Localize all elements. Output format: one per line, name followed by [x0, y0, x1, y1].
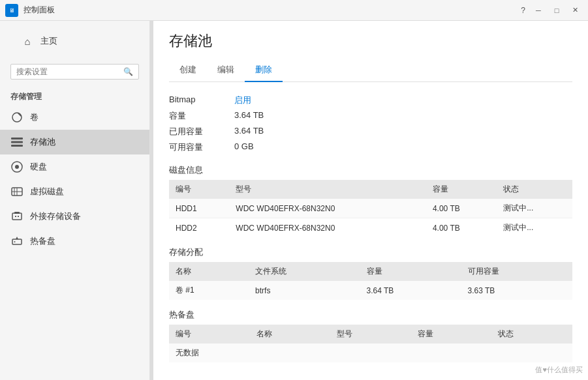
hdd2-id[interactable]: HDD2 [169, 218, 229, 238]
virtual-disk-label: 虚拟磁盘 [30, 186, 64, 197]
th-alloc-name: 名称 [169, 262, 249, 281]
storage-alloc-table: 名称 文件系统 容量 可用容量 卷 #1 btrfs 3.64 TB 3.63 … [169, 262, 572, 300]
th-hs-capacity: 容量 [411, 325, 492, 343]
sidebar-item-external-storage[interactable]: 外接存储设备 [0, 204, 149, 229]
th-disk-id: 编号 [169, 180, 229, 199]
hdd-label: 硬盘 [30, 161, 47, 173]
th-disk-status: 状态 [497, 180, 572, 199]
svg-point-5 [15, 165, 19, 169]
th-alloc-fs: 文件系统 [249, 262, 360, 281]
close-button[interactable]: ✕ [567, 4, 583, 17]
th-alloc-available: 可用容量 [461, 262, 573, 281]
home-label: 主页 [40, 35, 57, 47]
svg-rect-10 [12, 213, 22, 220]
storage-alloc-header-row: 名称 文件系统 容量 可用容量 [169, 262, 572, 281]
vol1-name[interactable]: 卷 #1 [169, 281, 249, 300]
hdd2-status[interactable]: 测试中... [497, 218, 572, 238]
search-input[interactable] [16, 67, 119, 76]
sidebar-header: ⌂ 主页 [0, 21, 149, 59]
title-bar: 🖥 控制面板 ? ─ □ ✕ [0, 0, 588, 21]
th-alloc-capacity: 容量 [360, 262, 461, 281]
page-title: 存储池 [169, 31, 572, 51]
vol1-capacity: 3.64 TB [360, 281, 461, 300]
available-capacity-row: 可用容量 0 GB [169, 139, 572, 155]
hdd2-model: WDC WD40EFRX-68N32N0 [229, 218, 426, 238]
svg-rect-2 [11, 141, 23, 143]
storage-pool-icon [10, 136, 23, 149]
search-icon: 🔍 [123, 67, 133, 76]
svg-rect-11 [14, 212, 20, 214]
sidebar-item-storage-pool[interactable]: 存储池 [0, 130, 149, 154]
hdd2-capacity: 4.00 TB [426, 218, 497, 238]
tabs: 创建 编辑 删除 [169, 59, 572, 82]
hot-spare-label: 热备盘 [30, 235, 55, 247]
content-area: 存储池 创建 编辑 删除 Bitmap 启用 [153, 21, 588, 380]
search-box[interactable]: 🔍 [10, 64, 139, 80]
external-storage-icon [10, 210, 23, 223]
svg-rect-12 [15, 216, 16, 217]
disk-row-hdd2: HDD2 WDC WD40EFRX-68N32N0 4.00 TB 测试中... [169, 218, 572, 238]
external-storage-label: 外接存储设备 [30, 211, 81, 222]
hot-spare-header-row: 编号 名称 型号 容量 状态 [169, 325, 572, 343]
svg-rect-3 [11, 145, 23, 147]
storage-alloc-heading: 存储分配 [169, 246, 572, 258]
minimize-button[interactable]: ─ [531, 4, 546, 17]
hot-spare-empty-row: 无数据 [169, 343, 572, 362]
hot-spare-icon [10, 235, 23, 248]
th-hs-name: 名称 [250, 325, 331, 343]
app-icon: 🖥 [5, 4, 18, 17]
tab-create[interactable]: 创建 [169, 59, 207, 82]
disk-info-table: 编号 型号 容量 状态 HDD1 WDC WD40EFRX-68N32N0 4.… [169, 180, 572, 237]
th-hs-model: 型号 [330, 325, 411, 343]
tab-delete[interactable]: 删除 [245, 59, 283, 82]
sidebar-item-home[interactable]: ⌂ 主页 [10, 29, 139, 53]
sidebar-item-hdd[interactable]: 硬盘 [0, 154, 149, 179]
vol1-fs: btrfs [249, 281, 360, 300]
app-body: ⌂ 主页 🔍 存储管理 卷 存储池 [0, 21, 588, 380]
content-body: Bitmap 启用 容量 3.64 TB 已用容量 3.64 TB 可用容量 0… [153, 82, 588, 380]
storage-section-label: 存储管理 [0, 85, 149, 105]
sidebar-item-volumes[interactable]: 卷 [0, 105, 149, 130]
title-bar-text: 控制面板 [23, 5, 521, 16]
virtual-disk-icon [10, 185, 23, 198]
alloc-row-vol1: 卷 #1 btrfs 3.64 TB 3.63 TB [169, 281, 572, 300]
capacity-row: 容量 3.64 TB [169, 108, 572, 124]
sidebar: ⌂ 主页 🔍 存储管理 卷 存储池 [0, 21, 150, 380]
hdd1-status[interactable]: 测试中... [497, 199, 572, 218]
tab-edit[interactable]: 编辑 [207, 59, 245, 82]
nav-list: 卷 存储池 硬盘 虚拟磁盘 [0, 105, 149, 254]
content-header: 存储池 创建 编辑 删除 [153, 21, 588, 82]
volumes-label: 卷 [30, 111, 39, 123]
bitmap-row: Bitmap 启用 [169, 93, 572, 108]
used-capacity-row: 已用容量 3.64 TB [169, 124, 572, 139]
svg-rect-1 [11, 138, 23, 139]
volumes-icon [10, 111, 23, 124]
th-hs-status: 状态 [491, 325, 572, 343]
svg-rect-13 [18, 216, 19, 217]
th-disk-capacity: 容量 [426, 180, 497, 199]
hdd1-capacity: 4.00 TB [426, 199, 497, 218]
window-controls: ─ □ ✕ [531, 4, 583, 17]
storage-pool-label: 存储池 [30, 136, 55, 148]
svg-marker-15 [16, 237, 18, 239]
watermark: 值♥什么值得买 [535, 365, 583, 375]
th-hs-id: 编号 [169, 325, 250, 343]
home-icon: ⌂ [21, 35, 34, 48]
hdd1-id[interactable]: HDD1 [169, 199, 229, 218]
hot-spare-heading: 热备盘 [169, 309, 572, 321]
hdd-icon [10, 160, 23, 173]
svg-rect-14 [12, 239, 22, 244]
hot-spare-empty: 无数据 [169, 343, 572, 362]
th-disk-model: 型号 [229, 180, 426, 199]
sidebar-item-hot-spare[interactable]: 热备盘 [0, 229, 149, 254]
info-section: Bitmap 启用 容量 3.64 TB 已用容量 3.64 TB 可用容量 0… [169, 93, 572, 155]
maximize-button[interactable]: □ [549, 4, 565, 17]
hot-spare-table: 编号 名称 型号 容量 状态 无数据 [169, 325, 572, 362]
disk-info-header-row: 编号 型号 容量 状态 [169, 180, 572, 199]
disk-info-heading: 磁盘信息 [169, 164, 572, 176]
disk-row-hdd1: HDD1 WDC WD40EFRX-68N32N0 4.00 TB 测试中... [169, 199, 572, 218]
hdd1-model: WDC WD40EFRX-68N32N0 [229, 199, 426, 218]
svg-point-16 [14, 241, 16, 242]
help-button[interactable]: ? [521, 6, 525, 15]
sidebar-item-virtual-disk[interactable]: 虚拟磁盘 [0, 179, 149, 204]
